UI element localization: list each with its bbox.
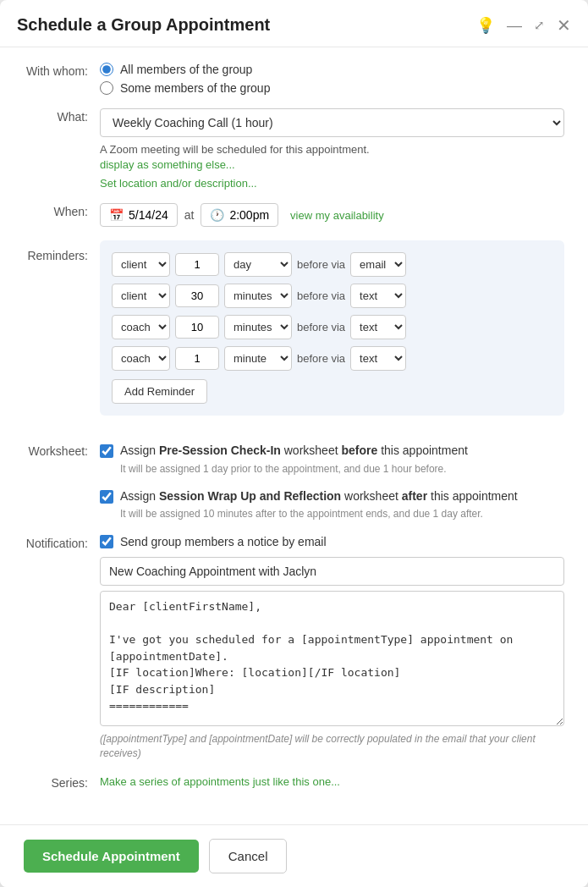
reminders-content: clientcoach daydayshourhoursminuteminute… (100, 240, 564, 429)
what-select[interactable]: Weekly Coaching Call (1 hour) Other (100, 108, 564, 137)
close-icon[interactable]: ✕ (557, 17, 571, 34)
worksheet-checkbox-1[interactable] (100, 490, 113, 504)
reminders-row: Reminders: clientcoach daydayshourhoursm… (24, 240, 564, 429)
modal-title: Schedule a Group Appointment (17, 15, 476, 35)
reminder-row-1: clientcoach daydayshourhoursminuteminute… (112, 284, 552, 308)
reminder-row-2: clientcoach daydayshourhoursminuteminute… (112, 315, 552, 339)
reminder-amount-2[interactable] (175, 316, 219, 339)
time-value: 2:00pm (229, 208, 269, 222)
series-row: Series: Make a series of appointments ju… (24, 774, 564, 790)
what-row: What: Weekly Coaching Call (1 hour) Othe… (24, 108, 564, 190)
reminder-unit-3[interactable]: daydayshourhoursminuteminutes (224, 346, 292, 371)
display-link[interactable]: display as something else... (100, 158, 235, 171)
minimize-icon[interactable]: — (507, 18, 522, 33)
cancel-button[interactable]: Cancel (209, 839, 288, 873)
worksheet-item-0: Assign Pre-Session Check-In worksheet be… (100, 443, 564, 476)
reminder-channel-1[interactable]: emailtext (350, 284, 406, 308)
reminder-who-0[interactable]: clientcoach (112, 252, 170, 277)
location-link[interactable]: Set location and/or description... (100, 177, 257, 190)
when-content: 📅 5/14/24 at 🕐 2:00pm view my availabili… (100, 203, 564, 227)
reminders-section: clientcoach daydayshourhoursminuteminute… (100, 240, 564, 416)
clock-icon: 🕐 (210, 208, 224, 222)
reminder-who-1[interactable]: clientcoach (112, 284, 170, 308)
radio-group: All members of the group Some members of… (100, 63, 564, 95)
reminder-who-2[interactable]: clientcoach (112, 315, 170, 339)
reminder-amount-0[interactable] (175, 253, 219, 276)
what-info: A Zoom meeting will be scheduled for thi… (100, 142, 564, 173)
reminder-before-2: before via (297, 321, 345, 333)
notification-check-label: Send group members a notice by email (120, 535, 327, 548)
when-inputs: 📅 5/14/24 at 🕐 2:00pm view my availabili… (100, 203, 564, 227)
reminder-amount-3[interactable] (175, 347, 219, 370)
when-label: When: (24, 203, 100, 218)
worksheet-content: Assign Pre-Session Check-In worksheet be… (100, 443, 564, 521)
email-note: ([appointmentType] and [appointmentDate]… (100, 732, 564, 761)
reminder-row-0: clientcoach daydayshourhoursminuteminute… (112, 252, 552, 277)
worksheet-check-row-0: Assign Pre-Session Check-In worksheet be… (100, 443, 564, 460)
bulb-icon[interactable]: 💡 (476, 18, 495, 33)
reminder-channel-2[interactable]: emailtext (350, 315, 406, 339)
series-label: Series: (24, 774, 100, 790)
reminder-amount-1[interactable] (175, 284, 219, 307)
reminder-row-3: clientcoach daydayshourhoursminuteminute… (112, 346, 552, 371)
expand-icon[interactable]: ⤢ (534, 19, 545, 31)
radio-all-label: All members of the group (120, 63, 252, 76)
with-whom-row: With whom: All members of the group Some… (24, 63, 564, 95)
notification-checkbox[interactable] (100, 535, 113, 548)
at-text: at (184, 208, 195, 222)
reminder-unit-0[interactable]: daydayshourhoursminuteminutes (224, 252, 292, 277)
worksheet-label-1: Assign Session Wrap Up and Reflection wo… (120, 488, 518, 505)
modal-footer: Schedule Appointment Cancel (0, 824, 588, 887)
series-content: Make a series of appointments just like … (100, 774, 564, 788)
radio-some-members[interactable]: Some members of the group (100, 81, 564, 95)
schedule-appointment-button[interactable]: Schedule Appointment (24, 840, 199, 873)
date-value: 5/14/24 (129, 208, 168, 222)
reminder-channel-3[interactable]: emailtext (350, 346, 406, 371)
worksheet-sub-1: It will be assigned 10 minutes after to … (120, 507, 564, 521)
worksheet-sub-0: It will be assigned 1 day prior to the a… (120, 462, 564, 477)
availability-link[interactable]: view my availability (290, 209, 384, 222)
reminder-unit-1[interactable]: daydayshourhoursminuteminutes (224, 284, 292, 308)
header-icons: 💡 — ⤢ ✕ (476, 17, 571, 34)
reminders-label: Reminders: (24, 240, 100, 262)
what-content: Weekly Coaching Call (1 hour) Other A Zo… (100, 108, 564, 190)
worksheet-items: Assign Pre-Session Check-In worksheet be… (100, 443, 564, 521)
modal-body: With whom: All members of the group Some… (0, 47, 588, 824)
notification-label: Notification: (24, 535, 100, 550)
with-whom-options: All members of the group Some members of… (100, 63, 564, 95)
add-reminder-button[interactable]: Add Reminder (112, 379, 207, 404)
worksheet-item-1: Assign Session Wrap Up and Reflection wo… (100, 488, 564, 521)
reminder-before-0: before via (297, 258, 345, 271)
notification-content: Send group members a notice by email Dea… (100, 535, 564, 761)
reminder-unit-2[interactable]: daydayshourhoursminuteminutes (224, 315, 292, 339)
email-subject-input[interactable] (100, 557, 564, 586)
time-picker[interactable]: 🕐 2:00pm (201, 203, 278, 227)
with-whom-label: With whom: (24, 63, 100, 78)
what-label: What: (24, 108, 100, 124)
notification-row: Notification: Send group members a notic… (24, 535, 564, 761)
radio-some-input[interactable] (100, 81, 113, 95)
worksheet-label: Worksheet: (24, 443, 100, 458)
modal: Schedule a Group Appointment 💡 — ⤢ ✕ Wit… (0, 0, 588, 887)
notification-check-row: Send group members a notice by email (100, 535, 564, 548)
reminder-rows: clientcoach daydayshourhoursminuteminute… (112, 252, 552, 371)
reminder-before-1: before via (297, 289, 345, 302)
modal-header: Schedule a Group Appointment 💡 — ⤢ ✕ (0, 0, 588, 47)
worksheet-check-row-1: Assign Session Wrap Up and Reflection wo… (100, 488, 564, 505)
calendar-icon: 📅 (109, 208, 124, 222)
email-body-input[interactable]: Dear [clientFirstName], I've got you sch… (100, 591, 564, 726)
reminder-before-3: before via (297, 352, 345, 365)
series-link[interactable]: Make a series of appointments just like … (100, 775, 340, 788)
worksheet-label-0: Assign Pre-Session Check-In worksheet be… (120, 443, 468, 460)
radio-all-members[interactable]: All members of the group (100, 63, 564, 76)
radio-some-label: Some members of the group (120, 81, 270, 95)
date-picker[interactable]: 📅 5/14/24 (100, 203, 178, 227)
worksheet-row: Worksheet: Assign Pre-Session Check-In w… (24, 443, 564, 521)
when-row: When: 📅 5/14/24 at 🕐 2:00pm view my avai… (24, 203, 564, 227)
reminder-channel-0[interactable]: emailtext (350, 252, 406, 277)
worksheet-checkbox-0[interactable] (100, 444, 113, 458)
radio-all-input[interactable] (100, 63, 113, 76)
reminder-who-3[interactable]: clientcoach (112, 346, 170, 371)
